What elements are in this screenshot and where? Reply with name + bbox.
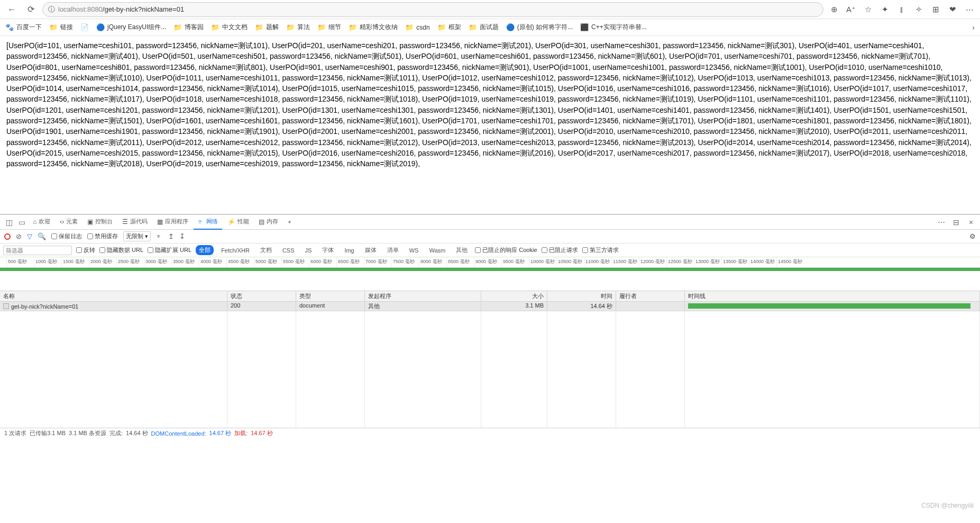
bookmark-item[interactable]: 🔵(原创) 如何将字符... — [506, 23, 573, 32]
bookmark-item[interactable]: 🐾百度一下 — [5, 23, 42, 32]
waterfall-bar — [688, 303, 970, 309]
blocked-req-checkbox[interactable]: 已阻止请求 — [542, 246, 578, 254]
bookmark-icon: 📁 — [317, 23, 326, 32]
bookmark-item[interactable]: 📁算法 — [286, 23, 310, 32]
back-button[interactable]: ← — [4, 2, 19, 17]
bookmark-icon: 📁 — [349, 23, 357, 32]
split-icon[interactable]: ⫿ — [895, 3, 908, 16]
devtools-panel: ◫ ▭ ⌂欢迎 ‹›元素 ▣控制台 ☰源代码 ▦应用程序 ᯤ网络 ⚡性能 ▤内存… — [0, 214, 980, 438]
type-ws[interactable]: WS — [406, 246, 422, 255]
bookmark-item[interactable]: 📁中文文档 — [211, 23, 248, 32]
col-initiator[interactable]: 发起程序 — [365, 291, 481, 301]
bookmarks-overflow[interactable]: › — [972, 23, 975, 32]
type-manifest[interactable]: 清单 — [384, 245, 402, 255]
hide-ext-checkbox[interactable]: 隐藏扩展 URL — [148, 246, 191, 254]
type-js[interactable]: JS — [302, 246, 315, 255]
browser-toolbar: ← ⟳ ⓘ localhost:8080/get-by-nick?nickNam… — [0, 0, 980, 19]
refresh-button[interactable]: ⟳ — [23, 2, 38, 17]
disable-cache-checkbox[interactable]: 禁用缓存 — [87, 232, 118, 240]
type-doc[interactable]: 文档 — [257, 245, 275, 255]
invert-checkbox[interactable]: 反转 — [76, 246, 95, 254]
timeline-marker: 1500 毫秒 — [61, 257, 89, 267]
favorites-icon[interactable]: ✧ — [912, 3, 925, 16]
type-css[interactable]: CSS — [279, 246, 298, 255]
col-time[interactable]: 时间 — [547, 291, 616, 301]
bookmark-item[interactable]: 📁题解 — [255, 23, 279, 32]
blocked-cookies-checkbox[interactable]: 已阻止的响应 Cookie — [475, 246, 537, 254]
col-type[interactable]: 类型 — [296, 291, 365, 301]
devtools-close-icon[interactable]: × — [965, 217, 977, 228]
bookmark-label: 精彩博文收纳 — [360, 23, 398, 32]
collections-icon[interactable]: ⊞ — [929, 3, 942, 16]
star-icon[interactable]: ☆ — [862, 3, 874, 16]
bookmark-item[interactable]: 📁精彩博文收纳 — [349, 23, 398, 32]
tab-add[interactable]: + — [283, 215, 295, 230]
third-party-checkbox[interactable]: 第三方请求 — [582, 246, 619, 254]
device-icon[interactable]: ▭ — [16, 217, 28, 228]
type-fetch[interactable]: Fetch/XHR — [218, 246, 253, 255]
col-status[interactable]: 状态 — [227, 291, 296, 301]
bookmark-item[interactable]: 📁链接 — [49, 23, 73, 32]
type-wasm[interactable]: Wasm — [426, 246, 448, 255]
devtools-more-icon[interactable]: ⋯ — [936, 217, 947, 228]
timeline-ruler[interactable]: 500 毫秒1000 毫秒1500 毫秒2000 毫秒2500 毫秒3000 毫… — [0, 257, 980, 268]
network-conditions-icon[interactable]: ᯤ — [156, 232, 163, 240]
timeline-overview[interactable] — [0, 268, 980, 291]
performance-icon[interactable]: ❤ — [946, 3, 959, 16]
timeline-marker: 13000 毫秒 — [694, 257, 721, 267]
more-icon[interactable]: ⋯ — [963, 3, 976, 16]
tab-application[interactable]: ▦应用程序 — [153, 215, 193, 230]
type-other[interactable]: 其他 — [453, 245, 471, 255]
read-aloud-icon[interactable]: A⁺ — [845, 3, 857, 16]
filter-input[interactable] — [3, 246, 72, 255]
bookmark-label: 百度一下 — [16, 23, 42, 32]
zoom-icon[interactable]: ⊕ — [828, 3, 840, 16]
tab-sources[interactable]: ☰源代码 — [118, 215, 152, 230]
bookmark-item[interactable]: 📁csdn — [405, 23, 429, 32]
tab-welcome[interactable]: ⌂欢迎 — [29, 215, 54, 230]
col-name[interactable]: 名称 — [0, 291, 227, 301]
bookmark-item[interactable]: 📄 — [80, 23, 89, 32]
type-font[interactable]: 字体 — [319, 245, 337, 255]
timeline-marker: 8000 毫秒 — [419, 257, 446, 267]
tab-elements[interactable]: ‹›元素 — [56, 215, 82, 230]
timeline-marker: 500 毫秒 — [6, 257, 34, 267]
type-media[interactable]: 媒体 — [362, 245, 380, 255]
tab-performance[interactable]: ⚡性能 — [223, 215, 253, 230]
preserve-log-checkbox[interactable]: 保留日志 — [51, 232, 82, 240]
type-all[interactable]: 全部 — [196, 245, 214, 255]
bookmark-icon: 📁 — [49, 23, 58, 32]
col-waterfall[interactable]: 时间线 — [685, 291, 980, 301]
export-icon[interactable]: ↧ — [179, 232, 185, 240]
type-img[interactable]: Img — [341, 246, 357, 255]
inspect-icon[interactable]: ◫ — [3, 217, 15, 228]
extensions-icon[interactable]: ✦ — [878, 3, 891, 16]
clear-button[interactable]: ⊘ — [16, 232, 22, 240]
address-bar[interactable]: ⓘ localhost:8080/get-by-nick?nickName=01 — [42, 2, 823, 17]
document-icon — [3, 303, 9, 309]
bookmark-item[interactable]: 📁面试题 — [469, 23, 499, 32]
bookmark-item[interactable]: 📁细节 — [317, 23, 341, 32]
devtools-dock-icon[interactable]: ⊟ — [950, 217, 962, 228]
bookmark-item[interactable]: 🔵jQuery EasyUI组件... — [96, 23, 166, 32]
filter-toggle[interactable]: ▽ — [27, 232, 32, 240]
throttle-select[interactable]: 无限制 ▾ — [123, 231, 151, 241]
col-fulfilled[interactable]: 履行者 — [616, 291, 685, 301]
tab-console[interactable]: ▣控制台 — [83, 215, 117, 230]
record-button[interactable] — [4, 233, 11, 240]
bookmark-item[interactable]: 📁博客园 — [173, 23, 204, 32]
tab-network[interactable]: ᯤ网络 — [194, 215, 222, 230]
network-status-bar: 1 次请求 已传输3.1 MB 3.1 MB 条资源 完成: 14.64 秒 D… — [0, 428, 980, 438]
col-size[interactable]: 大小 — [481, 291, 547, 301]
bookmark-item[interactable]: 📁框架 — [437, 23, 461, 32]
timeline-marker: 10000 毫秒 — [529, 257, 556, 267]
hide-data-checkbox[interactable]: 隐藏数据 URL — [99, 246, 143, 254]
status-load: 14.67 秒 — [251, 429, 273, 437]
import-icon[interactable]: ↥ — [168, 232, 174, 240]
status-load-label: 加载: — [234, 429, 248, 437]
bookmark-item[interactable]: ⬛C++实现字符串替... — [580, 23, 647, 32]
network-row[interactable]: get-by-nick?nickName=01 200 document 其他 … — [0, 302, 980, 311]
settings-icon[interactable]: ⚙ — [969, 232, 976, 240]
search-button[interactable]: 🔍 — [38, 232, 46, 240]
tab-memory[interactable]: ▤内存 — [254, 215, 282, 230]
